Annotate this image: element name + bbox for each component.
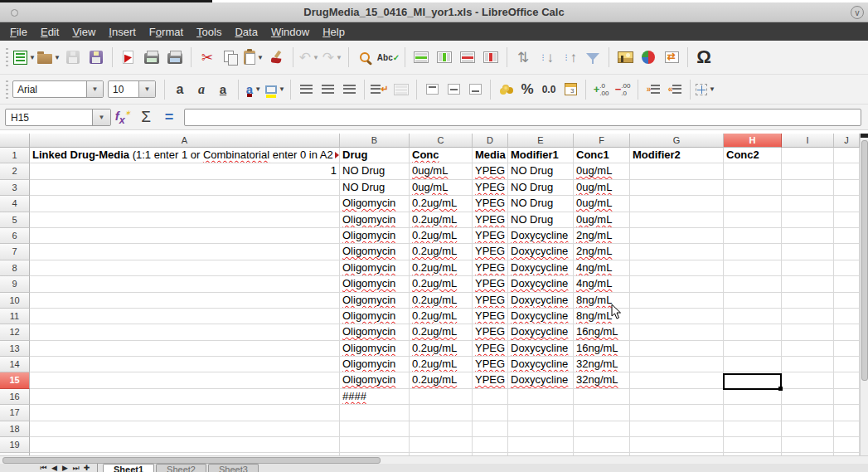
cell-D9[interactable]: YPEG: [473, 276, 508, 292]
dropdown-arrow-icon[interactable]: ▼: [279, 85, 285, 93]
cell-A4[interactable]: [30, 196, 340, 212]
cell-D19[interactable]: [473, 437, 508, 453]
column-header-H[interactable]: H: [724, 134, 782, 148]
cell-A10[interactable]: [30, 293, 340, 309]
vertical-scrollbar-thumb[interactable]: [861, 140, 868, 381]
cell-A18[interactable]: [30, 421, 340, 437]
fill-handle[interactable]: [778, 387, 783, 391]
font-color-button[interactable]: a▼: [244, 80, 264, 100]
cell-E13[interactable]: Doxycycline: [508, 341, 574, 357]
cell-F6[interactable]: 2ng/mL: [574, 228, 630, 244]
cell-G11[interactable]: [630, 309, 724, 324]
cell-J1[interactable]: [834, 148, 860, 163]
cell-G16[interactable]: [630, 389, 724, 405]
cell-A7[interactable]: [30, 244, 340, 260]
row-header-9[interactable]: 9: [0, 276, 30, 292]
cell-F7[interactable]: 2ng/mL: [574, 244, 630, 260]
cell-D18[interactable]: [473, 421, 508, 437]
menu-view[interactable]: View: [65, 24, 102, 40]
cell-J10[interactable]: [834, 293, 860, 309]
cell-I3[interactable]: [782, 180, 834, 196]
cell-D5[interactable]: YPEG: [473, 212, 508, 228]
cell-H6[interactable]: [724, 228, 782, 244]
cell-H2[interactable]: [724, 163, 782, 179]
cell-I15[interactable]: [782, 372, 834, 388]
cell-H10[interactable]: [724, 293, 782, 309]
cell-C16[interactable]: [410, 389, 473, 405]
cell-J15[interactable]: [834, 372, 860, 388]
cell-B13[interactable]: Oligomycin: [340, 341, 410, 357]
cell-C3[interactable]: 0ug/mL: [410, 180, 473, 196]
cell-D1[interactable]: Media: [473, 148, 508, 163]
column-header-F[interactable]: F: [574, 134, 630, 148]
decrease-indent-button[interactable]: «: [665, 80, 685, 100]
cell-G13[interactable]: [630, 341, 724, 357]
dropdown-arrow-icon[interactable]: ▼: [29, 54, 36, 61]
insert-chart-button[interactable]: [638, 46, 659, 69]
row-header-13[interactable]: 13: [0, 341, 30, 357]
menu-window[interactable]: Window: [264, 24, 316, 40]
cell-C8[interactable]: 0.2ug/mL: [410, 260, 473, 276]
cell-J6[interactable]: [834, 228, 860, 244]
align-center-button[interactable]: [318, 80, 337, 100]
column-header-I[interactable]: I: [782, 134, 834, 148]
percent-button[interactable]: %: [517, 80, 537, 100]
cell-F13[interactable]: 16ng/mL: [574, 341, 630, 357]
cell-A1[interactable]: Linked Drug-Media (1:1 enter 1 or Combin…: [30, 148, 340, 163]
cell-J3[interactable]: [834, 180, 860, 196]
autofilter-button[interactable]: [582, 46, 604, 69]
save-as-button[interactable]: [85, 46, 107, 69]
cell-C19[interactable]: [410, 437, 473, 453]
cell-D7[interactable]: YPEG: [473, 244, 508, 260]
cell-F2[interactable]: 0ug/mL: [574, 163, 630, 179]
menu-format[interactable]: Format: [143, 24, 190, 40]
cell-D8[interactable]: YPEG: [473, 260, 508, 276]
cell-E15[interactable]: Doxycycline: [508, 372, 574, 388]
row-header-8[interactable]: 8: [0, 260, 30, 276]
date-format-button[interactable]: [560, 80, 580, 100]
cell-C7[interactable]: 0.2ug/mL: [410, 244, 473, 260]
cell-D6[interactable]: YPEG: [473, 228, 508, 244]
bold-button[interactable]: a: [170, 80, 190, 100]
cell-J19[interactable]: [834, 437, 860, 453]
row-header-12[interactable]: 12: [0, 324, 30, 340]
align-left-button[interactable]: [296, 80, 316, 100]
cell-I11[interactable]: [782, 309, 834, 324]
menu-data[interactable]: Data: [228, 24, 264, 40]
font-name-combo-dropdown-icon[interactable]: ▼: [86, 81, 103, 97]
last-sheet-icon[interactable]: ⏭: [70, 464, 81, 472]
row-header-16[interactable]: 16: [0, 389, 30, 405]
cell-G12[interactable]: [630, 324, 724, 340]
cell-H16[interactable]: [724, 389, 782, 405]
dropdown-arrow-icon[interactable]: ▼: [313, 54, 319, 61]
title-bar[interactable]: DrugMedia_15_0416_MI_yor1.xls - LibreOff…: [0, 2, 868, 22]
next-sheet-icon[interactable]: ▶: [60, 464, 70, 472]
cell-B8[interactable]: Oligomycin: [340, 260, 410, 276]
cell-F3[interactable]: 0ug/mL: [574, 180, 630, 196]
align-right-button[interactable]: [339, 80, 359, 100]
align-bottom-button[interactable]: [465, 80, 485, 100]
cell-E2[interactable]: NO Drug: [508, 163, 574, 179]
row-header-5[interactable]: 5: [0, 212, 30, 228]
cell-F4[interactable]: 0ug/mL: [574, 196, 630, 212]
cell-A16[interactable]: [30, 389, 340, 405]
cell-D17[interactable]: [473, 405, 508, 421]
window-menu-icon[interactable]: [11, 9, 18, 17]
name-box[interactable]: H15 ▼: [5, 109, 111, 126]
cell-H11[interactable]: [724, 309, 782, 324]
formula-button[interactable]: =: [158, 107, 181, 127]
center-vertically-button[interactable]: [444, 80, 463, 100]
dropdown-arrow-icon[interactable]: ▼: [255, 85, 261, 93]
copy-button[interactable]: [220, 46, 241, 69]
cell-E3[interactable]: NO Drug: [508, 180, 574, 196]
sheet-tab-sheet3[interactable]: Sheet3: [208, 464, 259, 472]
vertical-scrollbar[interactable]: [860, 134, 868, 464]
cell-H18[interactable]: [724, 421, 782, 437]
cell-C11[interactable]: 0.2ug/mL: [410, 309, 473, 324]
cell-D12[interactable]: YPEG: [473, 324, 508, 340]
cell-H17[interactable]: [724, 405, 782, 421]
column-header-A[interactable]: A: [30, 134, 340, 148]
cell-G8[interactable]: [630, 260, 724, 276]
cell-A12[interactable]: [30, 324, 340, 340]
cell-H4[interactable]: [724, 196, 782, 212]
